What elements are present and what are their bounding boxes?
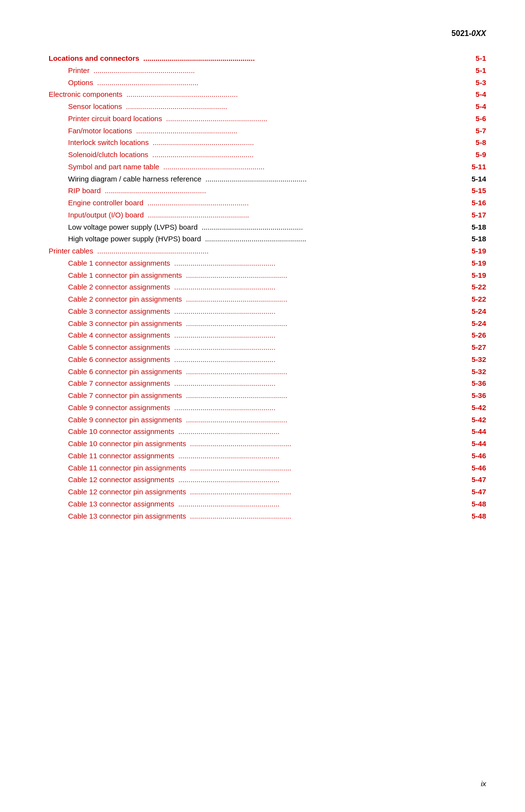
- toc-item[interactable]: Cable 2 connector pin assignments ......…: [49, 293, 486, 306]
- toc-label: Fan/motor locations: [68, 125, 132, 137]
- toc-page: 5-47: [472, 474, 486, 486]
- toc-page: 5-32: [472, 354, 486, 366]
- toc-label: Cable 9 connector pin assignments: [68, 414, 182, 426]
- toc-item[interactable]: Fan/motor locations ....................…: [49, 125, 486, 137]
- toc-item[interactable]: Printer cables .........................…: [49, 245, 486, 257]
- toc-page: 5-26: [472, 329, 486, 342]
- toc-label: Printer: [68, 65, 89, 77]
- toc-page: 5-32: [472, 366, 486, 378]
- toc-page: 5-46: [472, 450, 486, 462]
- toc-item[interactable]: Cable 6 connector assignments ..........…: [49, 354, 486, 366]
- toc-dots: ........................................…: [124, 89, 474, 101]
- toc-dots: ........................................…: [146, 209, 470, 221]
- toc-dots: ........................................…: [203, 233, 469, 245]
- toc-dots: ........................................…: [184, 390, 470, 402]
- toc-dots: ........................................…: [103, 185, 470, 197]
- toc-item[interactable]: Options ................................…: [49, 77, 486, 89]
- toc-item[interactable]: Cable 9 connector pin assignments ......…: [49, 414, 486, 426]
- toc-dots: ........................................…: [95, 245, 470, 257]
- toc-item[interactable]: High voltage power supply (HVPS) board .…: [49, 233, 486, 245]
- toc-dots: ........................................…: [188, 462, 470, 474]
- toc-page: 5-36: [472, 390, 486, 402]
- toc-item[interactable]: Input/output (I/O) board ...............…: [49, 209, 486, 221]
- toc-item[interactable]: Electronic components ..................…: [49, 89, 486, 101]
- toc-item[interactable]: Cable 3 connector pin assignments ......…: [49, 318, 486, 330]
- toc-dots: ........................................…: [176, 426, 470, 438]
- toc-item[interactable]: Cable 9 connector assignments ..........…: [49, 402, 486, 414]
- document-number: 5021-0XX: [452, 29, 486, 38]
- toc-item[interactable]: Cable 7 connector pin assignments ......…: [49, 390, 486, 402]
- toc-item[interactable]: RIP board ..............................…: [49, 185, 486, 197]
- toc-label: High voltage power supply (HVPS) board: [68, 233, 201, 245]
- toc-item[interactable]: Cable 7 connector assignments ..........…: [49, 378, 486, 390]
- toc-item[interactable]: Cable 6 connector pin assignments ......…: [49, 366, 486, 378]
- toc-item[interactable]: Printer circuit board locations ........…: [49, 113, 486, 125]
- toc-page: 5-24: [472, 306, 486, 318]
- toc-item[interactable]: Low voltage power supply (LVPS) board ..…: [49, 221, 486, 234]
- toc-dots: ........................................…: [188, 438, 470, 450]
- toc-dots: ........................................…: [172, 378, 470, 390]
- toc-page: 5-19: [472, 270, 486, 282]
- toc-dots: ........................................…: [176, 498, 470, 510]
- page-number: ix: [481, 779, 486, 788]
- toc-item[interactable]: Cable 1 connector pin assignments ......…: [49, 270, 486, 282]
- toc-page: 5-36: [472, 378, 486, 390]
- toc-page: 5-19: [472, 245, 486, 257]
- toc-label: Cable 3 connector pin assignments: [68, 318, 182, 330]
- toc-item[interactable]: Cable 12 connector pin assignments .....…: [49, 486, 486, 498]
- toc-dots: ........................................…: [176, 474, 470, 486]
- toc-item[interactable]: Locations and connectors ...............…: [49, 53, 486, 65]
- toc-page: 5-42: [472, 402, 486, 414]
- toc-item[interactable]: Interlock switch locations .............…: [49, 137, 486, 149]
- toc-label: Cable 9 connector assignments: [68, 402, 170, 414]
- toc-page: 5-1: [475, 53, 486, 65]
- toc-item[interactable]: Cable 13 connector pin assignments .....…: [49, 510, 486, 523]
- toc-item[interactable]: Cable 5 connector assignments ..........…: [49, 342, 486, 354]
- toc-dots: ........................................…: [95, 77, 474, 89]
- toc-item[interactable]: Cable 1 connector assignments ..........…: [49, 257, 486, 270]
- toc-page: 5-16: [472, 197, 486, 209]
- toc-label: Cable 10 connector assignments: [68, 426, 174, 438]
- toc-item[interactable]: Solenoid/clutch locations ..............…: [49, 149, 486, 161]
- toc-label: Interlock switch locations: [68, 137, 149, 149]
- table-of-contents: Locations and connectors ...............…: [39, 53, 486, 522]
- toc-item[interactable]: Cable 2 connector assignments ..........…: [49, 281, 486, 293]
- toc-label: Printer circuit board locations: [68, 113, 162, 125]
- toc-dots: ........................................…: [184, 293, 470, 306]
- toc-item[interactable]: Cable 4 connector assignments ..........…: [49, 329, 486, 342]
- toc-item[interactable]: Symbol and part name table .............…: [49, 161, 486, 173]
- toc-item[interactable]: Printer ................................…: [49, 65, 486, 77]
- toc-page: 5-9: [475, 149, 486, 161]
- toc-label: Cable 6 connector assignments: [68, 354, 170, 366]
- toc-label: Cable 3 connector assignments: [68, 306, 170, 318]
- toc-page: 5-14: [472, 173, 486, 185]
- toc-item[interactable]: Engine controller board ................…: [49, 197, 486, 209]
- toc-item[interactable]: Cable 12 connector assignments .........…: [49, 474, 486, 486]
- toc-item[interactable]: Wiring diagram / cable harness reference…: [49, 173, 486, 185]
- toc-dots: ........................................…: [91, 65, 473, 77]
- toc-item[interactable]: Cable 10 connector assignments .........…: [49, 426, 486, 438]
- toc-page: 5-48: [472, 498, 486, 510]
- toc-item[interactable]: Cable 13 connector assignments .........…: [49, 498, 486, 510]
- toc-item[interactable]: Cable 3 connector assignments ..........…: [49, 306, 486, 318]
- toc-label: Cable 2 connector pin assignments: [68, 293, 182, 306]
- toc-label: Cable 12 connector pin assignments: [68, 486, 186, 498]
- toc-page: 5-8: [475, 137, 486, 149]
- toc-item[interactable]: Cable 11 connector assignments .........…: [49, 450, 486, 462]
- toc-label: Engine controller board: [68, 197, 143, 209]
- page-footer: ix: [481, 779, 486, 788]
- toc-dots: ........................................…: [172, 402, 470, 414]
- toc-label: Cable 13 connector assignments: [68, 498, 174, 510]
- toc-item[interactable]: Sensor locations .......................…: [49, 101, 486, 113]
- toc-dots: ........................................…: [203, 173, 470, 185]
- toc-page: 5-4: [475, 101, 486, 113]
- toc-item[interactable]: Cable 11 connector pin assignments .....…: [49, 462, 486, 474]
- toc-page: 5-7: [475, 125, 486, 137]
- toc-label: RIP board: [68, 185, 101, 197]
- toc-dots: ........................................…: [188, 510, 470, 523]
- toc-label: Cable 7 connector pin assignments: [68, 390, 182, 402]
- toc-label: Symbol and part name table: [68, 161, 159, 173]
- toc-label: Cable 1 connector assignments: [68, 257, 170, 270]
- toc-dots: ........................................…: [184, 414, 470, 426]
- toc-item[interactable]: Cable 10 connector pin assignments .....…: [49, 438, 486, 450]
